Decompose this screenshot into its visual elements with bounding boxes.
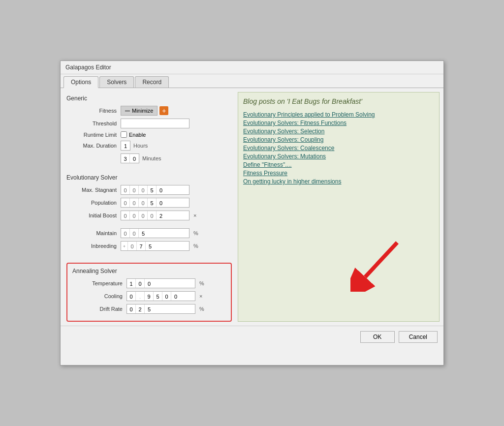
blog-link-6[interactable]: Define "Fitness".... bbox=[243, 161, 434, 168]
window-title: Galapagos Editor bbox=[65, 64, 111, 71]
cooling-label: Cooling bbox=[72, 293, 126, 299]
threshold-row: Threshold bbox=[66, 119, 232, 128]
cooling-row: Cooling 0 . 9 5 0 0 × bbox=[72, 291, 226, 301]
minutes-cell-3: 3 bbox=[121, 154, 130, 163]
inbreeding-spinbox[interactable]: + 0 7 5 bbox=[121, 241, 189, 251]
maintain-spinbox[interactable]: 0 0 5 bbox=[121, 228, 189, 238]
plus-button[interactable]: + bbox=[159, 106, 168, 115]
temperature-spinbox[interactable]: 1 0 0 bbox=[126, 278, 195, 288]
blog-link-7[interactable]: Fitness Pressure bbox=[243, 170, 434, 177]
max-duration-label: Max. Duration bbox=[66, 143, 121, 149]
inbreeding-pct: % bbox=[193, 243, 198, 249]
bottom-bar: OK Cancel bbox=[61, 326, 443, 348]
drift-rate-group: 0 2 5 % bbox=[126, 304, 204, 314]
max-stagnant-label: Max. Stagnant bbox=[66, 187, 121, 193]
inbreeding-row: Inbreeding + 0 7 5 % bbox=[66, 241, 232, 251]
content-area: Generic Fitness Minimize + Threshold bbox=[61, 88, 443, 326]
initial-boost-suffix: × bbox=[193, 213, 196, 218]
enable-checkbox-label[interactable]: Enable bbox=[121, 131, 146, 138]
generic-section-title: Generic bbox=[66, 95, 232, 102]
enable-checkbox[interactable] bbox=[121, 131, 127, 138]
temperature-label: Temperature bbox=[72, 280, 126, 286]
blog-link-3[interactable]: Evolutionary Solvers: Coupling bbox=[243, 136, 434, 143]
minus-icon bbox=[125, 110, 130, 112]
blog-link-1[interactable]: Evolutionary Solvers: Fitness Functions bbox=[243, 120, 434, 126]
svg-line-1 bbox=[365, 243, 397, 277]
initial-boost-label: Initial Boost bbox=[66, 213, 121, 218]
hours-cell: 1 bbox=[121, 141, 130, 150]
minutes-spinbox-group: 3 0 Minutes bbox=[121, 153, 161, 163]
hours-unit: Hours bbox=[133, 143, 148, 149]
drift-rate-row: Drift Rate 0 2 5 % bbox=[72, 304, 226, 314]
max-stagnant-row: Max. Stagnant 0 0 0 5 0 bbox=[66, 185, 232, 195]
threshold-input[interactable] bbox=[121, 119, 189, 128]
red-arrow bbox=[350, 233, 410, 292]
temperature-pct: % bbox=[199, 280, 204, 286]
fitness-controls: Minimize + bbox=[121, 106, 168, 116]
blog-link-5[interactable]: Evolutionary Solvers: Mutations bbox=[243, 153, 434, 160]
runtime-limit-label: Runtime Limit bbox=[66, 132, 121, 138]
blog-link-0[interactable]: Evolutionary Principles applied to Probl… bbox=[243, 111, 434, 118]
tab-bar: Options Solvers Record bbox=[61, 74, 443, 88]
fitness-label: Fitness bbox=[66, 108, 121, 114]
left-panel: Generic Fitness Minimize + Threshold bbox=[61, 88, 238, 326]
temperature-group: 1 0 0 % bbox=[126, 278, 204, 288]
maintain-group: 0 0 5 % bbox=[121, 228, 198, 238]
threshold-label: Threshold bbox=[66, 121, 121, 126]
main-window: Galapagos Editor Options Solvers Record … bbox=[60, 61, 444, 365]
hours-spinbox[interactable]: 1 bbox=[121, 141, 130, 151]
max-duration-minutes-row: 3 0 Minutes bbox=[66, 153, 232, 163]
max-duration-hours-row: Max. Duration 1 Hours bbox=[66, 141, 232, 151]
right-panel: Blog posts on 'I Eat Bugs for Breakfast'… bbox=[238, 92, 440, 322]
blog-title: Blog posts on 'I Eat Bugs for Breakfast' bbox=[243, 97, 434, 105]
tab-solvers[interactable]: Solvers bbox=[99, 76, 134, 88]
blog-link-4[interactable]: Evolutionary Solvers: Coalescence bbox=[243, 145, 434, 152]
drift-rate-pct: % bbox=[199, 306, 204, 312]
max-stagnant-spinbox[interactable]: 0 0 0 5 0 bbox=[121, 185, 189, 195]
minutes-unit: Minutes bbox=[142, 155, 161, 161]
minimize-button[interactable]: Minimize bbox=[121, 106, 158, 116]
annealing-section-title: Annealing Solver bbox=[72, 268, 226, 274]
tab-record[interactable]: Record bbox=[135, 76, 169, 88]
drift-rate-label: Drift Rate bbox=[72, 306, 126, 312]
hours-spinbox-group: 1 Hours bbox=[121, 141, 148, 151]
minutes-cell-0: 0 bbox=[130, 154, 139, 163]
temperature-row: Temperature 1 0 0 % bbox=[72, 278, 226, 288]
initial-boost-group: 0 0 0 0 2 × bbox=[121, 211, 196, 220]
cooling-group: 0 . 9 5 0 0 × bbox=[126, 291, 202, 301]
runtime-limit-row: Runtime Limit Enable bbox=[66, 131, 232, 138]
inbreeding-label: Inbreeding bbox=[66, 243, 121, 249]
population-spinbox[interactable]: 0 0 0 5 0 bbox=[121, 198, 189, 208]
tab-options[interactable]: Options bbox=[63, 76, 98, 88]
initial-boost-spinbox[interactable]: 0 0 0 0 2 bbox=[121, 211, 189, 220]
maintain-row: Maintain 0 0 5 % bbox=[66, 228, 232, 238]
cooling-suffix: × bbox=[199, 293, 202, 299]
title-bar: Galapagos Editor bbox=[61, 61, 443, 74]
cooling-spinbox[interactable]: 0 . 9 5 0 0 bbox=[126, 291, 195, 301]
blog-link-8[interactable]: On getting lucky in higher dimensions bbox=[243, 178, 434, 185]
maintain-pct: % bbox=[193, 230, 198, 236]
evolutionary-section-title: Evolutionary Solver bbox=[66, 174, 232, 181]
fitness-row: Fitness Minimize + bbox=[66, 106, 232, 116]
ok-button[interactable]: OK bbox=[360, 331, 395, 343]
initial-boost-row: Initial Boost 0 0 0 0 2 × bbox=[66, 211, 232, 220]
annealing-solver-box: Annealing Solver Temperature 1 0 0 % bbox=[66, 263, 232, 322]
population-row: Population 0 0 0 5 0 bbox=[66, 198, 232, 208]
population-label: Population bbox=[66, 200, 121, 206]
blog-link-2[interactable]: Evolutionary Solvers: Selection bbox=[243, 128, 434, 135]
inbreeding-group: + 0 7 5 % bbox=[121, 241, 198, 251]
cancel-button[interactable]: Cancel bbox=[399, 331, 438, 343]
minutes-spinbox[interactable]: 3 0 bbox=[121, 153, 139, 163]
maintain-label: Maintain bbox=[66, 230, 121, 236]
drift-rate-spinbox[interactable]: 0 2 5 bbox=[126, 304, 195, 314]
